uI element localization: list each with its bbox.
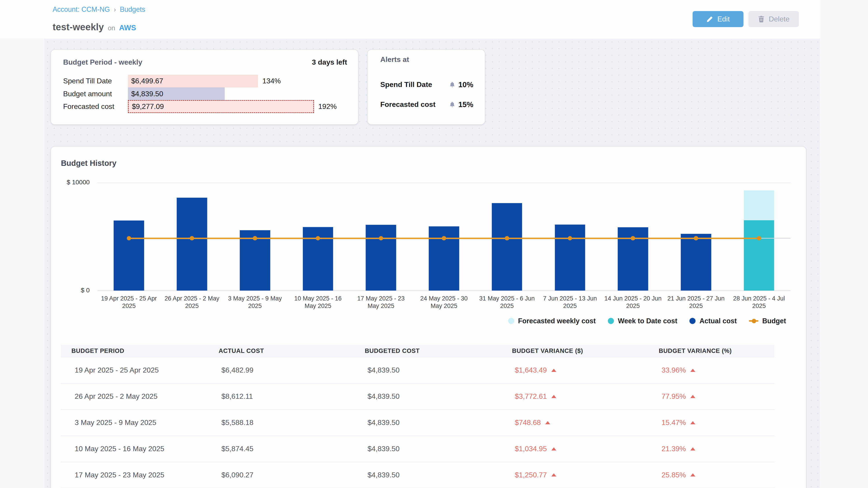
table-row: 19 Apr 2025 - 25 Apr 2025$6,482.99$4,839… bbox=[61, 357, 774, 384]
table-header-cell: BUDGET PERIOD bbox=[61, 348, 219, 355]
legend-label: Week to Date cost bbox=[618, 317, 677, 325]
budget-line-marker[interactable] bbox=[253, 236, 257, 240]
x-axis-label: 31 May 2025 - 6 Jun 2025 bbox=[475, 295, 538, 310]
page-title: test-weekly bbox=[53, 22, 104, 33]
breadcrumb: Account: CCM-NG › Budgets bbox=[53, 5, 145, 13]
week-to-date-bar[interactable] bbox=[744, 220, 774, 290]
breadcrumb-budgets-link[interactable]: Budgets bbox=[120, 5, 145, 13]
bell-icon bbox=[449, 81, 456, 88]
budget-period-row-percent: 134% bbox=[262, 77, 281, 85]
x-axis-label: 10 May 2025 - 16 May 2025 bbox=[286, 295, 349, 310]
chevron-right-icon: › bbox=[114, 6, 116, 13]
cell-budget-variance-pct: 25.85% bbox=[659, 471, 774, 479]
budget-line-marker[interactable] bbox=[694, 236, 698, 240]
edit-button-label: Edit bbox=[717, 15, 730, 23]
page-title-on: on bbox=[108, 24, 115, 32]
x-axis-label: 14 Jun 2025 - 20 Jun 2025 bbox=[601, 295, 664, 310]
budget-period-row: Spend Till Date$6,499.67134% bbox=[63, 75, 352, 88]
budget-history-table: BUDGET PERIODACTUAL COSTBUDGETED COSTBUD… bbox=[61, 345, 774, 488]
budget-line-marker[interactable] bbox=[442, 236, 446, 240]
x-axis-label: 7 Jun 2025 - 13 Jun 2025 bbox=[538, 295, 601, 310]
arrow-up-icon bbox=[690, 473, 695, 477]
spend-bar: $6,499.67 bbox=[128, 75, 258, 88]
breadcrumb-account-link[interactable]: Account: CCM-NG bbox=[53, 5, 110, 13]
arrow-up-icon bbox=[551, 369, 556, 372]
x-axis-labels: 19 Apr 2025 - 25 Apr 202526 Apr 2025 - 2… bbox=[97, 295, 790, 310]
x-axis-label: 3 May 2025 - 9 May 2025 bbox=[223, 295, 286, 310]
cell-budgeted-cost: $4,839.50 bbox=[365, 392, 512, 400]
cell-budget-variance-pct: 15.47% bbox=[659, 418, 774, 427]
cell-budget-variance-usd: $748.68 bbox=[512, 418, 659, 427]
delete-button-label: Delete bbox=[769, 15, 789, 23]
alert-row: Forecasted cost15% bbox=[380, 95, 473, 115]
table-header-row: BUDGET PERIODACTUAL COSTBUDGETED COSTBUD… bbox=[61, 345, 774, 357]
top-header: Account: CCM-NG › Budgets test-weekly on… bbox=[0, 0, 820, 39]
chart-legend: Forecasted weekly costWeek to Date costA… bbox=[508, 317, 786, 325]
arrow-up-icon bbox=[551, 395, 556, 398]
x-axis-label: 28 Jun 2025 - 4 Jul 2025 bbox=[727, 295, 790, 310]
alert-row-label: Forecasted cost bbox=[380, 100, 449, 109]
alert-row-label: Spend Till Date bbox=[380, 80, 449, 89]
budget-history-title: Budget History bbox=[61, 159, 116, 168]
alerts-rows: Spend Till Date10%Forecasted cost15% bbox=[380, 75, 473, 115]
forecasted-weekly-bar[interactable] bbox=[744, 191, 774, 221]
arrow-up-icon bbox=[690, 447, 695, 451]
budget-period-row-value: $4,839.50 bbox=[128, 90, 163, 98]
cell-actual-cost: $5,588.18 bbox=[219, 418, 365, 427]
alert-threshold-value: 15% bbox=[458, 100, 473, 109]
budget-line-legend-icon bbox=[749, 320, 758, 322]
legend-item-budget[interactable]: Budget bbox=[749, 317, 786, 325]
legend-item-forecasted-weekly-cost[interactable]: Forecasted weekly cost bbox=[508, 317, 596, 325]
budget-period-title: Budget Period - weekly bbox=[63, 58, 142, 66]
actual-cost-bar[interactable] bbox=[177, 198, 207, 291]
cell-budget-period: 19 Apr 2025 - 25 Apr 2025 bbox=[61, 366, 219, 375]
legend-label: Budget bbox=[762, 317, 786, 325]
budget-line-extension bbox=[759, 238, 790, 239]
legend-item-actual-cost[interactable]: Actual cost bbox=[689, 317, 737, 325]
cell-budget-period: 26 Apr 2025 - 2 May 2025 bbox=[61, 392, 219, 400]
arrow-up-icon bbox=[551, 473, 556, 477]
cell-budget-variance-usd: $1,250.77 bbox=[512, 471, 659, 479]
budget-period-row-value: $9,277.09 bbox=[129, 102, 164, 111]
cell-actual-cost: $6,482.99 bbox=[219, 366, 365, 375]
table-header-cell: BUDGET VARIANCE (%) bbox=[659, 348, 774, 355]
alerts-card: Alerts at Spend Till Date10%Forecasted c… bbox=[368, 50, 485, 125]
legend-dot-icon bbox=[508, 318, 514, 324]
budget-period-row-percent: 192% bbox=[318, 102, 337, 111]
arrow-up-icon bbox=[545, 421, 550, 424]
budget-period-card: Budget Period - weekly 3 days left Spend… bbox=[51, 50, 358, 125]
budget-period-row-value: $6,499.67 bbox=[128, 77, 163, 85]
cell-budget-period: 17 May 2025 - 23 May 2025 bbox=[61, 471, 219, 479]
actual-cost-bar[interactable] bbox=[681, 234, 711, 291]
edit-button[interactable]: Edit bbox=[692, 11, 743, 27]
x-axis-label: 21 Jun 2025 - 27 Jun 2025 bbox=[664, 295, 727, 310]
actual-cost-bar[interactable] bbox=[114, 221, 144, 291]
arrow-up-icon bbox=[690, 421, 695, 424]
cell-budgeted-cost: $4,839.50 bbox=[365, 418, 512, 427]
actual-cost-bar[interactable] bbox=[366, 225, 396, 291]
arrow-up-icon bbox=[690, 369, 695, 372]
cell-budget-period: 10 May 2025 - 16 May 2025 bbox=[61, 445, 219, 453]
budget-period-row: Forecasted cost$9,277.09192% bbox=[63, 100, 352, 113]
actual-cost-bar[interactable] bbox=[492, 203, 522, 291]
x-axis-label: 17 May 2025 - 23 May 2025 bbox=[349, 295, 412, 310]
cell-budget-variance-pct: 21.39% bbox=[659, 445, 774, 453]
legend-label: Forecasted weekly cost bbox=[518, 317, 596, 325]
x-axis-label: 19 Apr 2025 - 25 Apr 2025 bbox=[97, 295, 160, 310]
bell-icon bbox=[449, 101, 456, 108]
table-row: 26 Apr 2025 - 2 May 2025$8,612.11$4,839.… bbox=[61, 384, 774, 410]
budget-line-marker[interactable] bbox=[190, 236, 194, 240]
budget-history-card: Budget History $ 10000 $ 0 19 Apr 2025 -… bbox=[51, 147, 806, 488]
legend-item-week-to-date-cost[interactable]: Week to Date cost bbox=[608, 317, 677, 325]
table-row: 3 May 2025 - 9 May 2025$5,588.18$4,839.5… bbox=[61, 410, 774, 436]
budget-period-row: Budget amount$4,839.50 bbox=[63, 88, 352, 100]
budget-line-marker[interactable] bbox=[505, 236, 509, 240]
table-header-cell: BUDGETED COST bbox=[365, 348, 512, 355]
budget-line-marker[interactable] bbox=[757, 236, 761, 240]
actual-cost-bar[interactable] bbox=[555, 225, 585, 290]
cell-actual-cost: $5,874.45 bbox=[219, 445, 365, 453]
table-header-cell: ACTUAL COST bbox=[219, 348, 365, 355]
cell-budget-variance-usd: $1,643.49 bbox=[512, 366, 659, 375]
page-title-platform: AWS bbox=[119, 24, 136, 32]
delete-button[interactable]: Delete bbox=[748, 11, 799, 27]
